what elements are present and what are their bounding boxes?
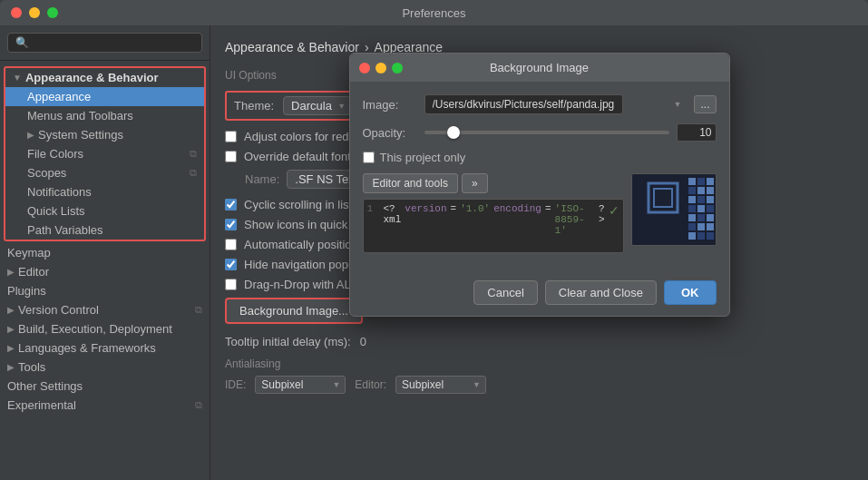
svg-rect-35 — [707, 232, 714, 240]
content-area: Appearance & Behavior › Appearance UI Op… — [210, 25, 868, 480]
redgreen-checkbox[interactable] — [225, 131, 237, 142]
search-box — [0, 25, 210, 61]
drag-drop-checkbox[interactable] — [225, 279, 237, 290]
font-name-label: Name: — [245, 172, 279, 186]
svg-rect-14 — [697, 196, 705, 203]
svg-rect-4 — [697, 178, 705, 185]
sidebar-item-version-control[interactable]: ▶ Version Control ⧉ — [0, 300, 210, 319]
preferences-window: Preferences ▼ Appearance & Behavior Appe… — [0, 0, 868, 480]
search-input[interactable] — [7, 33, 202, 53]
maximize-button[interactable] — [47, 7, 58, 18]
modal-close-button[interactable] — [359, 63, 370, 73]
sidebar-item-plugins[interactable]: Plugins — [0, 281, 210, 300]
sidebar-item-tools[interactable]: ▶ Tools — [0, 358, 210, 377]
svg-rect-18 — [688, 205, 696, 212]
svg-rect-30 — [707, 223, 714, 230]
cyclic-scroll-checkbox[interactable] — [225, 199, 237, 211]
ok-button[interactable]: OK — [664, 280, 717, 305]
project-only-row: This project only — [363, 151, 717, 164]
sidebar-item-languages[interactable]: ▶ Languages & Frameworks — [0, 338, 210, 358]
background-image-button[interactable]: Background Image... — [225, 298, 363, 324]
exp-copy-icon: ⧉ — [195, 399, 202, 411]
sidebar-item-appearance-behavior[interactable]: ▼ Appearance & Behavior — [5, 68, 204, 87]
preview-section: Editor and tools » 1 <?xml — [363, 173, 717, 253]
opacity-label: Opacity: — [363, 126, 417, 140]
svg-rect-29 — [697, 223, 705, 230]
editor-select[interactable]: Subpixel — [395, 376, 486, 394]
svg-rect-13 — [688, 196, 696, 203]
svg-rect-3 — [688, 178, 696, 185]
svg-rect-34 — [697, 232, 705, 240]
lang-arrow-icon: ▶ — [7, 343, 15, 353]
tools-arrow-icon: ▶ — [7, 362, 15, 372]
show-icons-checkbox[interactable] — [225, 219, 237, 230]
editor-tools-row: Editor and tools » — [363, 173, 625, 193]
sidebar-item-quick-lists[interactable]: Quick Lists — [5, 201, 204, 220]
svg-rect-15 — [707, 196, 714, 203]
svg-rect-9 — [697, 187, 705, 194]
background-image-modal: Background Image Image: /Users/dkvirus/P… — [349, 53, 730, 317]
sidebar-item-file-colors[interactable]: File Colors ⧉ — [5, 144, 204, 163]
tooltip-value: 0 — [360, 335, 366, 348]
image-path-select[interactable]: /Users/dkvirus/Pictures/self/panda.jpg — [424, 94, 623, 114]
sidebar-item-experimental[interactable]: Experimental ⧉ — [0, 396, 210, 415]
sidebar-item-path-variables[interactable]: Path Variables — [5, 220, 204, 240]
sidebar-item-other-settings[interactable]: Other Settings — [0, 377, 210, 396]
arrow-icon: ▼ — [13, 73, 22, 83]
preview-svg — [632, 174, 716, 246]
copy-icon-2: ⧉ — [190, 167, 197, 179]
editor-antialias-label: Editor: — [355, 378, 386, 391]
window-controls — [11, 7, 58, 18]
clear-close-button[interactable]: Clear and Close — [545, 280, 657, 305]
svg-rect-24 — [697, 214, 705, 221]
code-preview: 1 <?xml version = '1.0' encoding = 'ISO-… — [367, 203, 606, 236]
sidebar-item-scopes[interactable]: Scopes ⧉ — [5, 163, 204, 182]
cyclic-scroll-label: Cyclic scrolling in list — [244, 198, 352, 211]
code-preview-area: 1 <?xml version = '1.0' encoding = 'ISO-… — [363, 199, 625, 253]
hide-nav-checkbox[interactable] — [225, 259, 237, 270]
modal-maximize-button[interactable] — [392, 63, 403, 73]
editor-select-wrapper: Subpixel — [395, 376, 486, 394]
opacity-value-input[interactable] — [677, 123, 717, 142]
modal-window-controls — [359, 63, 403, 73]
close-button[interactable] — [11, 7, 22, 18]
window-title: Preferences — [402, 6, 465, 20]
svg-rect-8 — [688, 187, 696, 194]
sidebar-item-notifications[interactable]: Notifications — [5, 182, 204, 201]
modal-minimize-button[interactable] — [375, 63, 386, 73]
svg-rect-20 — [707, 205, 714, 212]
minimize-button[interactable] — [29, 7, 40, 18]
svg-rect-28 — [688, 223, 696, 230]
project-only-checkbox[interactable] — [363, 152, 375, 163]
vc-copy-icon: ⧉ — [195, 304, 202, 316]
modal-title: Background Image — [490, 61, 589, 74]
svg-rect-23 — [688, 214, 696, 221]
sidebar-item-keymap[interactable]: Keymap — [0, 243, 210, 262]
ide-label: IDE: — [225, 378, 246, 391]
theme-select[interactable]: Darcula — [283, 96, 351, 115]
sidebar-item-appearance[interactable]: Appearance — [5, 87, 204, 106]
build-arrow-icon: ▶ — [7, 324, 15, 334]
svg-rect-25 — [707, 214, 714, 221]
ide-select-wrapper: Subpixel — [255, 376, 346, 394]
tooltip-row: Tooltip initial delay (ms): 0 — [225, 335, 853, 348]
cancel-button[interactable]: Cancel — [473, 280, 537, 305]
more-button[interactable]: » — [462, 173, 488, 193]
system-arrow-icon: ▶ — [27, 130, 34, 140]
sidebar-item-system-settings[interactable]: ▶ System Settings — [5, 125, 204, 144]
auto-position-checkbox[interactable] — [225, 239, 237, 250]
theme-select-wrapper: Darcula — [283, 96, 351, 115]
sidebar-item-editor[interactable]: ▶ Editor — [0, 262, 210, 281]
modal-footer: Cancel Clear and Close OK — [350, 273, 729, 316]
editor-tools-button[interactable]: Editor and tools — [363, 173, 458, 193]
browse-button[interactable]: ... — [694, 95, 716, 113]
title-bar: Preferences — [0, 0, 868, 25]
main-layout: ▼ Appearance & Behavior Appearance Menus… — [0, 25, 868, 480]
sidebar-item-build[interactable]: ▶ Build, Execution, Deployment — [0, 319, 210, 338]
override-fonts-checkbox[interactable] — [225, 151, 237, 162]
sidebar-item-menus-toolbars[interactable]: Menus and Toolbars — [5, 106, 204, 125]
ide-select[interactable]: Subpixel — [255, 376, 346, 394]
editor-arrow-icon: ▶ — [7, 267, 15, 277]
opacity-slider[interactable] — [424, 131, 669, 134]
image-path-select-wrapper: /Users/dkvirus/Pictures/self/panda.jpg — [424, 94, 688, 114]
